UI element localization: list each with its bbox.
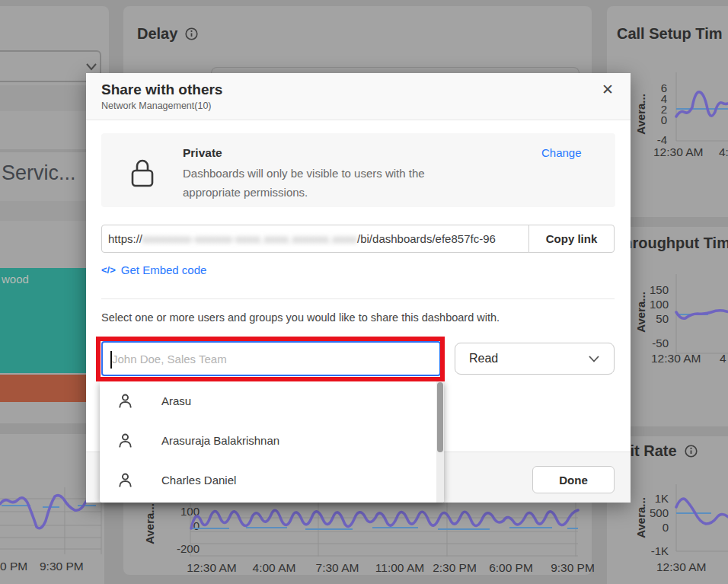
dialog-subtitle: Network Management(10) xyxy=(101,101,631,111)
privacy-description-line1: Dashboards will only be visible to users… xyxy=(183,167,425,180)
get-embed-code-link[interactable]: </> Get Embed code xyxy=(101,263,206,276)
privacy-status-label: Private xyxy=(183,146,222,160)
url-redacted-segment: xxxxxxxx-xxxxxx-xxxx.xxxx.xxxxxx.xxxx xyxy=(142,233,357,245)
y-axis-ticks: 1K 500 0 -1K xyxy=(640,493,669,560)
x-tick: 9:30 PM xyxy=(40,560,84,573)
x-tick: 4: xyxy=(719,145,728,159)
code-icon: </> xyxy=(101,264,116,276)
y-axis-ticks: 150 100 50 -50 xyxy=(640,284,669,352)
person-icon xyxy=(117,471,134,489)
user-list-item[interactable]: Charles Daniel xyxy=(100,460,444,499)
dialog-title: Share with others xyxy=(101,81,631,98)
info-icon xyxy=(685,445,698,458)
x-tick: 12:30 AM xyxy=(651,352,701,365)
scrollbar-track xyxy=(436,381,444,503)
throughput-line-chart xyxy=(675,274,728,358)
app-root: Servic... wood 0 PM 9:30 PM xyxy=(0,0,728,584)
throughput-title: Throughput Tim xyxy=(614,235,728,252)
x-tick: 4 xyxy=(720,352,726,365)
user-list-item[interactable]: Arasuraja Balakrishnan xyxy=(100,420,444,460)
url-prefix: https:// xyxy=(108,232,142,245)
y-axis-ticks: 6 4 2 0 -4 xyxy=(646,83,667,148)
close-icon[interactable]: ✕ xyxy=(602,82,614,97)
hit-rate-line-chart xyxy=(675,484,728,554)
share-url-field[interactable]: https:// xxxxxxxx-xxxxxx-xxxx.xxxx.xxxxx… xyxy=(101,225,529,253)
user-search-input[interactable]: John Doe, Sales Team xyxy=(101,341,441,376)
treemap-label: wood xyxy=(2,273,29,286)
x-tick: 12:30 AM xyxy=(653,145,704,159)
share-instruction-text: Select one or more users and groups you … xyxy=(101,311,500,324)
change-privacy-link[interactable]: Change xyxy=(541,146,582,159)
user-suggestion-list: Arasu Arasuraja Balakrishnan Charles Dan… xyxy=(100,381,444,503)
call-setup-line-chart xyxy=(675,72,728,145)
user-list-item[interactable]: Arasu xyxy=(100,381,444,420)
chevron-down-icon xyxy=(85,62,97,72)
privacy-description-line2: appropriate permissions. xyxy=(183,186,308,199)
permission-dropdown[interactable]: Read xyxy=(455,343,615,375)
privacy-panel: Private Dashboards will only be visible … xyxy=(101,133,615,207)
person-icon xyxy=(117,392,134,410)
scrollbar-thumb[interactable] xyxy=(437,382,443,452)
call-setup-title: Call Setup Tim xyxy=(617,25,723,43)
person-icon xyxy=(117,432,134,449)
share-dialog: Share with others Network Management(10)… xyxy=(86,73,631,503)
x-tick: 12:30 AM xyxy=(656,560,707,574)
search-placeholder: John Doe, Sales Team xyxy=(112,353,227,365)
permission-selected-value: Read xyxy=(469,352,498,365)
delay-line-chart xyxy=(190,495,580,557)
lock-icon xyxy=(130,158,155,189)
delay-card-title: Delay xyxy=(137,25,177,43)
section-divider xyxy=(101,298,615,299)
share-dialog-header: Share with others Network Management(10)… xyxy=(86,73,631,120)
done-button[interactable]: Done xyxy=(532,466,615,493)
url-suffix: /bi/dashboards/efe857fc-96 xyxy=(357,232,496,245)
copy-link-button[interactable]: Copy link xyxy=(528,225,615,253)
x-tick: 0 PM xyxy=(0,560,27,573)
info-icon xyxy=(185,27,198,40)
text-cursor xyxy=(110,351,112,369)
service-card-title: Servic... xyxy=(2,161,76,185)
chevron-down-icon xyxy=(588,355,600,363)
